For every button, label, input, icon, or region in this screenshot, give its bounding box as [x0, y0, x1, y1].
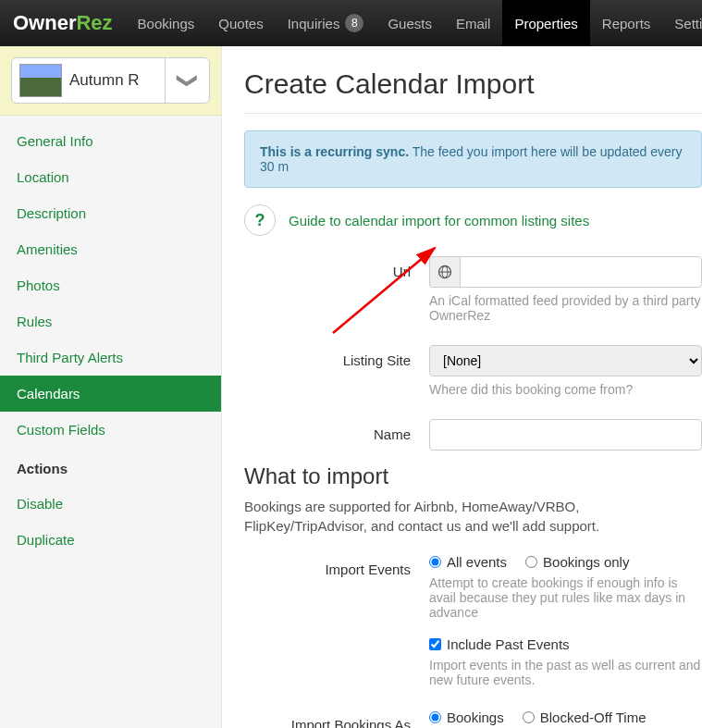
- sidebar-item-calendars[interactable]: Calendars: [0, 376, 221, 412]
- brand-rez: Rez: [76, 11, 112, 35]
- radio-bookings-only-label: Bookings only: [543, 554, 629, 570]
- nav-email[interactable]: Email: [444, 0, 503, 46]
- label-import-events: Import Events: [244, 554, 429, 577]
- label-name: Name: [244, 419, 429, 442]
- url-input[interactable]: [460, 256, 702, 288]
- page-title: Create Calendar Import: [244, 68, 702, 100]
- radio-bookings-only-input[interactable]: [525, 556, 537, 568]
- radio-all-events-label: All events: [447, 554, 507, 570]
- radio-bookings-only[interactable]: Bookings only: [525, 554, 629, 570]
- sidebar: Autumn R ❯ General Info Location Descrip…: [0, 46, 222, 728]
- listing-site-help: Where did this booking come from?: [429, 382, 702, 397]
- property-dropdown-toggle[interactable]: ❯: [165, 58, 209, 103]
- what-desc: Bookings are supported for Airbnb, HomeA…: [244, 497, 702, 536]
- info-alert: This is a recurring sync. The feed you i…: [244, 130, 702, 188]
- import-events-help: Attempt to create bookings if enough inf…: [429, 575, 702, 620]
- nav-settings[interactable]: Settings: [662, 0, 702, 46]
- nav-quotes[interactable]: Quotes: [206, 0, 275, 46]
- radio-as-blocked-input[interactable]: [523, 711, 535, 723]
- checkbox-include-past-input[interactable]: [429, 638, 441, 650]
- property-name: Autumn R: [69, 71, 140, 90]
- what-to-import-heading: What to import: [244, 463, 702, 489]
- divider: [244, 113, 702, 114]
- alert-bold: This is a recurring sync.: [260, 144, 409, 159]
- radio-as-bookings[interactable]: Bookings: [429, 709, 504, 725]
- sidebar-item-duplicate[interactable]: Duplicate: [0, 522, 221, 558]
- globe-icon: [429, 256, 460, 288]
- label-url: Url: [244, 256, 429, 279]
- radio-as-blocked-label: Blocked-Off Time: [540, 709, 647, 725]
- brand-owner: Owner: [13, 11, 76, 35]
- checkbox-include-past[interactable]: Include Past Events: [429, 636, 570, 652]
- main-content: Create Calendar Import This is a recurri…: [222, 46, 702, 728]
- sidebar-heading-actions: Actions: [0, 448, 221, 486]
- sidebar-item-rules[interactable]: Rules: [0, 303, 221, 339]
- nav-inquiries-label: Inquiries: [288, 16, 340, 31]
- nav-bookings[interactable]: Bookings: [126, 0, 207, 46]
- include-past-help: Import events in the past as well as cur…: [429, 658, 702, 687]
- radio-all-events-input[interactable]: [429, 556, 441, 568]
- sidebar-item-description[interactable]: Description: [0, 195, 221, 231]
- brand-logo[interactable]: OwnerRez: [0, 0, 126, 46]
- nav-guests[interactable]: Guests: [376, 0, 444, 46]
- form-row-listing-site: Listing Site [None] Where did this booki…: [244, 345, 702, 413]
- sidebar-item-general[interactable]: General Info: [0, 123, 221, 159]
- url-input-group: [429, 256, 702, 288]
- help-icon[interactable]: ?: [244, 204, 276, 236]
- form-row-url: Url An iCal formatted feed provided by a…: [244, 256, 702, 339]
- checkbox-include-past-label: Include Past Events: [447, 636, 570, 652]
- chevron-down-icon: ❯: [178, 72, 198, 89]
- nav-inquiries[interactable]: Inquiries 8: [276, 0, 376, 46]
- name-input[interactable]: [429, 419, 702, 450]
- sidebar-item-amenities[interactable]: Amenities: [0, 231, 221, 267]
- listing-site-select[interactable]: [None]: [429, 345, 702, 376]
- property-selector-main[interactable]: Autumn R: [12, 60, 165, 101]
- nav-items: Bookings Quotes Inquiries 8 Guests Email…: [126, 0, 702, 46]
- sidebar-item-custom-fields[interactable]: Custom Fields: [0, 412, 221, 448]
- sidebar-item-photos[interactable]: Photos: [0, 267, 221, 303]
- radio-as-blocked[interactable]: Blocked-Off Time: [523, 709, 647, 725]
- nav-reports[interactable]: Reports: [590, 0, 663, 46]
- form-row-import-events: Import Events All events Bookings only A…: [244, 554, 702, 704]
- radio-all-events[interactable]: All events: [429, 554, 507, 570]
- label-listing-site: Listing Site: [244, 345, 429, 368]
- label-import-bookings-as: Import Bookings As: [244, 709, 429, 728]
- guide-row: ? Guide to calendar import for common li…: [244, 204, 702, 236]
- radio-as-bookings-label: Bookings: [447, 709, 504, 725]
- inquiries-badge: 8: [345, 14, 363, 32]
- side-nav: General Info Location Description Amenit…: [0, 116, 221, 558]
- property-selector-wrap: Autumn R ❯: [0, 46, 221, 116]
- sidebar-item-disable[interactable]: Disable: [0, 486, 221, 522]
- nav-properties[interactable]: Properties: [502, 0, 589, 46]
- property-thumb: [19, 64, 62, 97]
- guide-link[interactable]: Guide to calendar import for common list…: [289, 213, 589, 228]
- top-nav: OwnerRez Bookings Quotes Inquiries 8 Gue…: [0, 0, 702, 46]
- form-row-name: Name: [244, 419, 702, 450]
- sidebar-item-location[interactable]: Location: [0, 159, 221, 195]
- sidebar-item-third-party-alerts[interactable]: Third Party Alerts: [0, 339, 221, 376]
- url-help: An iCal formatted feed provided by a thi…: [429, 293, 702, 323]
- form-row-import-bookings-as: Import Bookings As Bookings Blocked-Off …: [244, 709, 702, 728]
- property-selector[interactable]: Autumn R ❯: [11, 57, 210, 104]
- radio-as-bookings-input[interactable]: [429, 711, 441, 723]
